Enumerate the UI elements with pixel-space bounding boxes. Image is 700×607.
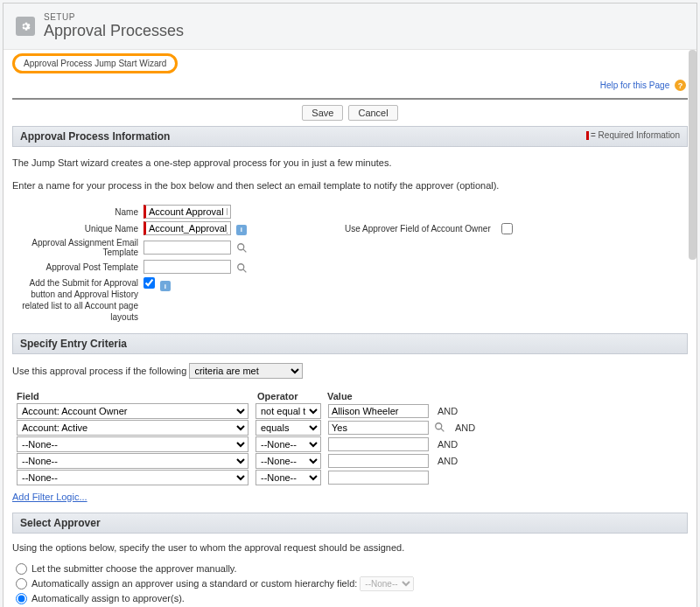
use-approver-field: Use Approver Field of Account Owner	[345, 223, 513, 234]
help-icon: ?	[675, 80, 686, 91]
scrollbar[interactable]	[689, 50, 696, 260]
help-link[interactable]: Help for this Page ?	[600, 80, 686, 91]
radio-auto[interactable]	[16, 593, 27, 604]
col-operator: Operator	[257, 391, 327, 401]
field-select[interactable]: --None--	[17, 453, 248, 469]
radio-hierarchy[interactable]	[16, 578, 27, 590]
lookup-icon[interactable]	[236, 262, 248, 275]
field-select[interactable]: Account: Account Owner	[17, 403, 248, 419]
help-link-text: Help for this Page	[600, 80, 670, 90]
svg-point-2	[238, 263, 244, 269]
field-select[interactable]: --None--	[17, 470, 248, 485]
and-label: AND	[438, 439, 458, 450]
page-title: Approval Processes	[44, 22, 184, 40]
info-icon[interactable]: i	[236, 225, 247, 235]
criteria-row: Account: Account Owner not equal to AND	[12, 403, 688, 419]
label-add-submit: Add the Submit for Approval button and A…	[12, 277, 144, 323]
name-input[interactable]	[144, 205, 231, 219]
label-post-template: Approval Post Template	[12, 262, 144, 272]
field-select[interactable]: --None--	[17, 436, 248, 452]
section-entry-criteria: Specify Entry Criteria	[12, 333, 688, 354]
label-email-template: Approval Assignment Email Template	[12, 238, 144, 257]
criteria-table: Field Operator Value Account: Account Ow…	[12, 391, 688, 485]
value-input[interactable]	[328, 454, 429, 468]
save-button[interactable]: Save	[302, 105, 343, 121]
value-input[interactable]	[328, 404, 429, 418]
section-approval-info: Approval Process Information = Required …	[12, 126, 688, 147]
lookup-icon[interactable]	[434, 422, 446, 434]
info-description: The Jump Start wizard creates a one-step…	[12, 147, 688, 202]
criteria-row: --None-- --None-- AND	[12, 453, 688, 469]
lookup-icon[interactable]	[236, 242, 248, 255]
operator-select[interactable]: --None--	[256, 470, 321, 485]
radio-manual[interactable]	[16, 563, 27, 575]
setup-label: SETUP	[44, 12, 184, 22]
section-title: Specify Entry Criteria	[20, 338, 127, 350]
criteria-intro: Use this approval process if the followi…	[12, 354, 688, 384]
add-submit-checkbox[interactable]	[144, 277, 155, 289]
and-label: AND	[455, 422, 475, 433]
hierarchy-select: --None--	[360, 576, 414, 591]
use-approver-checkbox[interactable]	[501, 223, 513, 234]
svg-point-0	[238, 244, 244, 250]
criteria-row: --None-- --None-- AND	[12, 436, 688, 452]
required-info: = Required Information	[586, 130, 680, 140]
opt-hierarchy-label: Automatically assign an approver using a…	[32, 578, 357, 589]
gear-icon	[16, 17, 35, 36]
col-field: Field	[17, 391, 257, 401]
opt-manual-label: Let the submitter choose the approver ma…	[32, 563, 237, 574]
info-icon[interactable]: i	[160, 281, 171, 291]
section-select-approver: Select Approver	[12, 513, 688, 534]
col-value: Value	[327, 391, 432, 401]
svg-line-5	[441, 428, 444, 431]
operator-select[interactable]: --None--	[256, 436, 321, 452]
wizard-title-pill: Approval Process Jump Start Wizard	[12, 53, 178, 73]
section-title: Select Approver	[20, 517, 101, 529]
field-select[interactable]: Account: Active	[17, 420, 248, 436]
cancel-button[interactable]: Cancel	[348, 105, 397, 121]
svg-line-3	[243, 269, 247, 272]
approver-description: Using the options below, specify the use…	[12, 534, 688, 562]
svg-point-4	[436, 422, 442, 429]
criteria-row: --None-- --None--	[12, 470, 688, 485]
and-label: AND	[438, 406, 458, 416]
unique-name-input[interactable]	[144, 221, 231, 235]
value-input[interactable]	[328, 421, 429, 435]
svg-line-1	[243, 249, 247, 253]
email-template-input[interactable]	[144, 241, 231, 255]
and-label: AND	[438, 456, 458, 466]
section-title: Approval Process Information	[20, 130, 170, 143]
add-filter-logic-link[interactable]: Add Filter Logic...	[12, 492, 88, 502]
opt-auto-label: Automatically assign to approver(s).	[32, 593, 185, 604]
criteria-row: Account: Active equals AND	[12, 420, 688, 436]
setup-header: SETUP Approval Processes	[4, 3, 696, 50]
label-name: Name	[12, 207, 144, 217]
value-input[interactable]	[328, 437, 429, 451]
post-template-input[interactable]	[144, 260, 231, 274]
operator-select[interactable]: not equal to	[256, 403, 321, 419]
criteria-type-select[interactable]: criteria are met	[189, 363, 303, 379]
label-unique: Unique Name	[12, 224, 144, 234]
operator-select[interactable]: --None--	[256, 453, 321, 469]
button-bar-top: Save Cancel	[12, 105, 688, 121]
operator-select[interactable]: equals	[256, 420, 321, 436]
value-input[interactable]	[328, 471, 429, 485]
